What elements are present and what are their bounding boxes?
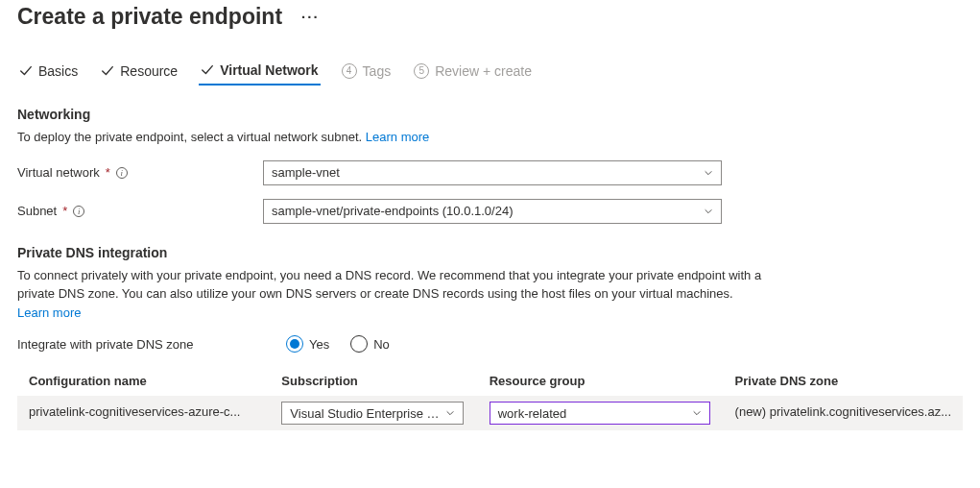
tab-label: Review + create: [435, 63, 532, 79]
checkmark-icon: [201, 63, 214, 77]
col-private-dns-zone: Private DNS zone: [724, 366, 963, 396]
section-description: To connect privately with your private e…: [17, 266, 766, 323]
dropdown-resource-group[interactable]: work-related: [490, 402, 710, 425]
tab-review-create[interactable]: 5 Review + create: [412, 62, 534, 85]
tab-virtual-network[interactable]: Virtual Network: [199, 62, 320, 85]
radio-no[interactable]: No: [350, 335, 390, 353]
label-subnet: Subnet * i: [17, 204, 263, 218]
dropdown-subnet[interactable]: sample-vnet/private-endpoints (10.0.1.0/…: [263, 199, 722, 224]
step-number: 5: [414, 63, 429, 79]
checkmark-icon: [101, 64, 114, 78]
required-indicator: *: [106, 165, 110, 180]
radio-dot-icon: [286, 335, 303, 353]
info-icon[interactable]: i: [73, 206, 84, 217]
section-private-dns: Private DNS integration To connect priva…: [17, 245, 963, 431]
more-actions-icon[interactable]: ···: [301, 9, 320, 25]
section-networking: Networking To deploy the private endpoin…: [17, 107, 963, 224]
dropdown-subscription[interactable]: Visual Studio Enterprise Subscrip…: [281, 402, 464, 425]
page-title: Create a private endpoint ···: [17, 4, 963, 30]
required-indicator: *: [62, 204, 67, 218]
tab-basics[interactable]: Basics: [17, 62, 80, 85]
learn-more-link[interactable]: Learn more: [17, 305, 81, 320]
radio-group-integrate: Yes No: [286, 335, 390, 353]
chevron-down-icon: [704, 207, 713, 216]
radio-label: No: [373, 337, 390, 352]
tab-label: Basics: [38, 63, 78, 79]
table-dns-zones: Configuration name Subscription Resource…: [17, 366, 963, 430]
page-title-text: Create a private endpoint: [17, 4, 282, 30]
row-virtual-network: Virtual network * i sample-vnet: [17, 160, 963, 185]
section-description: To deploy the private endpoint, select a…: [17, 128, 766, 147]
radio-yes[interactable]: Yes: [286, 335, 329, 353]
wizard-tabs: Basics Resource Virtual Network 4 Tags 5…: [17, 62, 963, 85]
dropdown-value: sample-vnet: [272, 165, 340, 180]
section-heading: Private DNS integration: [17, 245, 963, 260]
tab-label: Virtual Network: [220, 62, 318, 78]
chevron-down-icon: [704, 168, 713, 178]
chevron-down-icon: [692, 408, 702, 418]
cell-config-name: privatelink-cognitiveservices-azure-c...: [29, 404, 240, 419]
cell-private-dns-zone: (new) privatelink.cognitiveservices.az..…: [735, 404, 951, 419]
tab-resource[interactable]: Resource: [99, 62, 179, 85]
step-number: 4: [342, 63, 357, 79]
col-resource-group: Resource group: [478, 366, 724, 396]
dropdown-value: sample-vnet/private-endpoints (10.0.1.0/…: [272, 204, 513, 218]
table-row: privatelink-cognitiveservices-azure-c...…: [17, 396, 963, 430]
label-virtual-network: Virtual network * i: [17, 165, 263, 180]
radio-dot-icon: [350, 335, 368, 353]
chevron-down-icon: [445, 408, 455, 418]
col-config-name: Configuration name: [17, 366, 270, 396]
dropdown-virtual-network[interactable]: sample-vnet: [263, 160, 722, 185]
label-integrate-dns: Integrate with private DNS zone: [17, 337, 286, 352]
dropdown-value: work-related: [498, 406, 567, 421]
row-subnet: Subnet * i sample-vnet/private-endpoints…: [17, 199, 963, 224]
dropdown-value: Visual Studio Enterprise Subscrip…: [290, 406, 443, 421]
learn-more-link[interactable]: Learn more: [366, 130, 429, 144]
col-subscription: Subscription: [270, 366, 477, 396]
section-heading: Networking: [17, 107, 963, 122]
checkmark-icon: [19, 64, 33, 78]
tab-tags[interactable]: 4 Tags: [340, 62, 394, 85]
tab-label: Resource: [120, 63, 178, 79]
radio-label: Yes: [309, 337, 329, 352]
tab-label: Tags: [363, 63, 392, 79]
row-integrate-dns: Integrate with private DNS zone Yes No: [17, 335, 963, 353]
info-icon[interactable]: i: [116, 167, 128, 179]
